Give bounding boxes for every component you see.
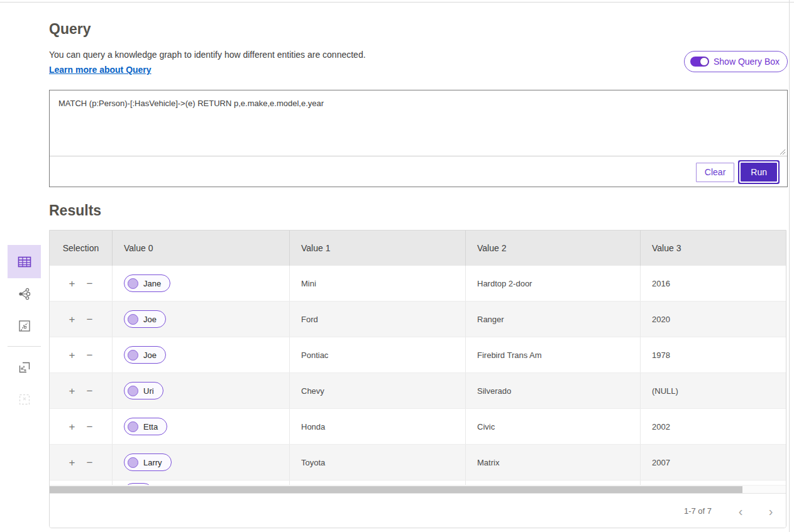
graph-view-button[interactable]: [8, 277, 41, 310]
query-description: You can query a knowledge graph to ident…: [49, 50, 366, 60]
top-divider: [0, 2, 794, 3]
learn-more-link[interactable]: Learn more about Query: [49, 65, 152, 75]
entity-pill[interactable]: Jane: [124, 274, 170, 292]
value3-cell: (NULL): [641, 373, 786, 408]
table-row: + − Joe Ford Ranger 2020: [50, 301, 786, 337]
selection-cell: + −: [50, 445, 113, 480]
value3-cell: 1978: [641, 337, 786, 372]
table-row: + − Jane Mini Hardtop 2-door 2016: [50, 266, 786, 301]
column-header-value3: Value 3: [641, 231, 786, 266]
table-body: + − Jane Mini Hardtop 2-door 2016 + −: [50, 266, 786, 485]
value0-cell: Joe: [113, 301, 290, 337]
remove-from-selection-button[interactable]: −: [85, 277, 94, 290]
column-header-value1: Value 1: [290, 231, 466, 266]
right-divider: [789, 0, 790, 532]
value1-cell: Pontiac: [290, 337, 466, 372]
remove-from-selection-button[interactable]: −: [85, 313, 94, 326]
value1-cell: Honda: [290, 409, 466, 444]
entity-pill[interactable]: Joe: [124, 346, 166, 364]
results-view-rail: [8, 245, 41, 416]
view-rail-divider: [8, 346, 41, 347]
remove-from-selection-button[interactable]: −: [85, 349, 94, 362]
results-section-title: Results: [49, 202, 101, 219]
value0-cell: Uri: [113, 373, 290, 408]
scrollbar-thumb[interactable]: [50, 486, 742, 493]
entity-name: Uri: [143, 386, 154, 396]
value1-cell: Chevy: [290, 373, 466, 408]
remove-from-selection-button[interactable]: −: [85, 384, 94, 398]
entity-node-icon: [128, 278, 138, 289]
graph-frame-icon: [17, 360, 32, 375]
value1-cell: [290, 480, 466, 485]
selection-cell: + −: [50, 373, 113, 408]
resize-handle-icon[interactable]: [778, 146, 786, 154]
value2-cell: Hardtop 2-door: [466, 266, 641, 301]
results-table: Selection Value 0 Value 1 Value 2 Value …: [49, 230, 786, 528]
route-view-button[interactable]: [8, 309, 41, 342]
clear-button[interactable]: Clear: [696, 163, 734, 182]
value0-cell: [113, 480, 290, 485]
value2-cell: Silverado: [466, 373, 641, 408]
add-to-selection-button[interactable]: +: [68, 384, 77, 398]
selection-cell: + −: [50, 301, 113, 337]
query-input[interactable]: MATCH (p:Person)-[:HasVehicle]->(e) RETU…: [50, 90, 787, 155]
table-icon: [17, 254, 32, 269]
query-box: MATCH (p:Person)-[:HasVehicle]->(e) RETU…: [49, 90, 788, 187]
value3-cell: [641, 480, 786, 485]
value3-cell: 2007: [641, 445, 786, 480]
value1-cell: Ford: [290, 301, 466, 337]
selection-cell: + −: [50, 266, 113, 301]
table-row: + − Joe Pontiac Firebird Trans Am 1978: [50, 337, 786, 373]
graph-frame-view-button[interactable]: [8, 350, 41, 384]
pagination-range: 1-7 of 7: [684, 506, 712, 516]
selection-cell: + −: [50, 409, 113, 444]
entity-name: Jane: [143, 279, 161, 288]
network-icon: [17, 286, 32, 301]
add-to-selection-button[interactable]: +: [68, 456, 77, 469]
next-page-button[interactable]: ›: [764, 505, 777, 518]
run-button[interactable]: Run: [741, 163, 777, 182]
table-row: + − Etta Honda Civic 2002: [50, 409, 786, 445]
entity-name: Joe: [143, 315, 157, 324]
remove-from-selection-button[interactable]: −: [85, 456, 94, 469]
entity-pill[interactable]: Uri: [124, 382, 163, 399]
toggle-label: Show Query Box: [714, 57, 780, 67]
table-view-button[interactable]: [8, 245, 41, 278]
remove-from-selection-button[interactable]: −: [85, 420, 94, 433]
value0-cell: Joe: [113, 337, 290, 372]
add-to-selection-button[interactable]: +: [68, 349, 77, 362]
add-to-selection-button[interactable]: +: [68, 313, 77, 326]
toggle-knob: [700, 57, 709, 66]
entity-pill[interactable]: Larry: [124, 453, 172, 471]
value0-cell: Jane: [113, 266, 290, 301]
value0-cell: Larry: [113, 445, 290, 480]
entity-name: Etta: [143, 422, 158, 432]
entity-name: Larry: [143, 458, 162, 467]
value2-cell: Firebird Trans Am: [466, 337, 641, 372]
route-map-icon: [17, 318, 32, 334]
entity-node-icon: [128, 421, 138, 432]
show-query-box-toggle[interactable]: Show Query Box: [684, 51, 788, 72]
previous-page-button[interactable]: ‹: [734, 505, 747, 518]
value2-cell: Matrix: [466, 445, 641, 480]
add-to-selection-button[interactable]: +: [68, 277, 77, 290]
selection-box-icon: [17, 392, 32, 407]
entity-pill[interactable]: Etta: [124, 418, 167, 435]
column-header-selection: Selection: [50, 231, 113, 266]
column-header-value0: Value 0: [113, 231, 290, 266]
value3-cell: 2020: [641, 301, 786, 337]
table-row: + − Uri Chevy Silverado (NULL): [50, 373, 786, 409]
toggle-switch-icon[interactable]: [690, 57, 709, 67]
table-row-partial: [50, 480, 786, 485]
entity-pill[interactable]: Joe: [124, 310, 166, 328]
value2-cell: [466, 480, 641, 485]
selection-view-button-disabled: [8, 383, 41, 416]
value1-cell: Mini: [290, 266, 466, 301]
table-header-row: Selection Value 0 Value 1 Value 2 Value …: [50, 231, 786, 266]
add-to-selection-button[interactable]: +: [68, 420, 77, 433]
table-row: + − Larry Toyota Matrix 2007: [50, 445, 786, 480]
column-header-value2: Value 2: [466, 231, 641, 266]
value2-cell: Civic: [466, 409, 641, 444]
horizontal-scrollbar[interactable]: [50, 485, 786, 493]
value2-cell: Ranger: [466, 301, 641, 337]
